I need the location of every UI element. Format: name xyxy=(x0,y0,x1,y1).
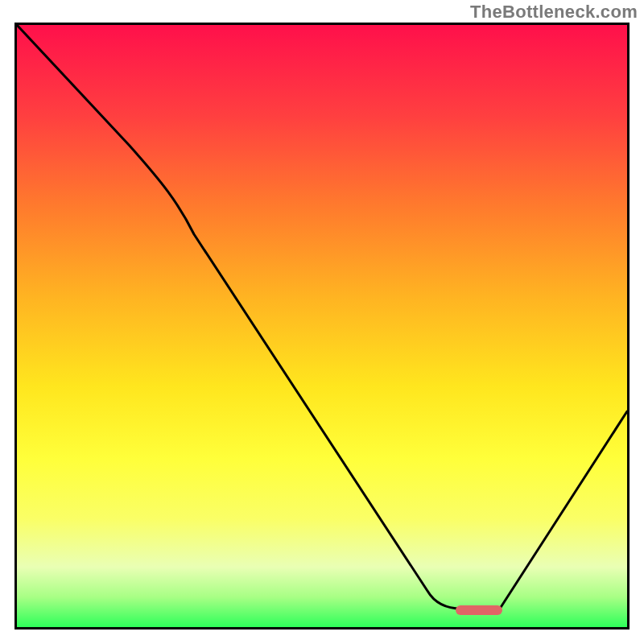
watermark-text: TheBottleneck.com xyxy=(470,2,638,23)
curve-layer xyxy=(17,25,627,627)
optimal-range-marker xyxy=(456,605,502,615)
bottleneck-curve xyxy=(17,25,627,609)
plot-area xyxy=(14,23,630,630)
chart-frame: TheBottleneck.com xyxy=(0,0,644,644)
